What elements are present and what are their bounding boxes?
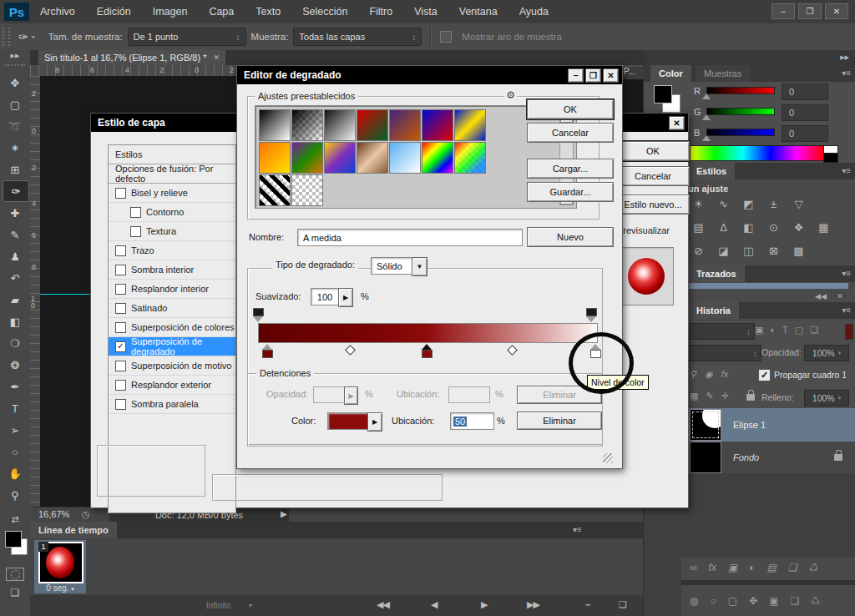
list-item-resplandor-interior[interactable]: Resplandor interior bbox=[109, 280, 235, 299]
gradient-preset-9[interactable] bbox=[291, 142, 323, 174]
menu-filtro[interactable]: Filtro bbox=[358, 0, 403, 23]
red-slider[interactable] bbox=[706, 87, 775, 94]
hue-saturation-icon[interactable]: ▤ bbox=[690, 221, 707, 234]
smoothness-spinner-icon[interactable]: ▶ bbox=[338, 288, 353, 307]
clipped-panel-tab[interactable]: P... bbox=[621, 67, 644, 79]
menu-edicion[interactable]: Edición bbox=[86, 0, 142, 23]
play-button[interactable]: ▶ bbox=[481, 599, 487, 610]
list-item-superposicion-motivo[interactable]: Superposición de motivo bbox=[109, 356, 235, 376]
checkbox[interactable] bbox=[115, 399, 126, 410]
new-path-icon[interactable]: ❏ bbox=[790, 595, 799, 607]
list-item-contorno[interactable]: Contorno bbox=[109, 203, 235, 222]
gradient-preview-bar[interactable] bbox=[258, 323, 598, 343]
red-slider-thumb[interactable] bbox=[702, 93, 711, 99]
timeline-tab[interactable]: Línea de tiempo bbox=[30, 522, 117, 538]
close-icon[interactable]: ✕ bbox=[213, 53, 220, 62]
save-button[interactable]: Guardar... bbox=[527, 182, 614, 202]
new-frame-icon[interactable]: ❏ bbox=[619, 599, 626, 610]
color-stop-50-selected[interactable] bbox=[422, 344, 433, 358]
clone-stamp-tool[interactable]: ♟ bbox=[3, 245, 28, 267]
resize-grip-icon[interactable] bbox=[603, 453, 613, 463]
filter-type-icon[interactable]: T bbox=[782, 325, 788, 336]
gradient-name-input[interactable]: A medida bbox=[297, 229, 523, 246]
vibrance-icon[interactable]: ▽ bbox=[790, 198, 807, 210]
exposure-icon[interactable]: ± bbox=[765, 198, 782, 210]
checkbox[interactable] bbox=[130, 226, 141, 237]
menu-seleccion[interactable]: Selección bbox=[291, 0, 358, 23]
cyan-guide-line[interactable] bbox=[40, 294, 90, 295]
zoom-tool[interactable]: ⚲ bbox=[3, 484, 28, 506]
type-dropdown-icon[interactable]: ▼ bbox=[412, 257, 428, 276]
gradient-tool[interactable]: ◧ bbox=[3, 311, 28, 332]
stroke-path-icon[interactable]: ○ bbox=[710, 595, 716, 607]
move-tool[interactable]: ✥ bbox=[3, 72, 28, 93]
filter-image-icon[interactable]: ▣ bbox=[755, 325, 763, 336]
animation-frame-1[interactable]: 1 0 seg. ▾ bbox=[34, 540, 86, 593]
zoom-level[interactable]: 16,67% bbox=[38, 509, 69, 519]
lock-fx-icon[interactable]: fx bbox=[721, 369, 729, 380]
menu-ventana[interactable]: Ventana bbox=[448, 0, 508, 23]
posterize-icon[interactable]: ◪ bbox=[715, 245, 732, 257]
restore-icon[interactable]: ❐ bbox=[585, 68, 601, 83]
color-lookup-icon[interactable]: ▦ bbox=[815, 221, 832, 234]
layer-fx-icon[interactable]: fx bbox=[709, 562, 716, 573]
foreground-color-swatch[interactable] bbox=[654, 85, 672, 104]
path-mask-icon[interactable]: ▣ bbox=[769, 595, 778, 607]
list-item-bisel[interactable]: Bisel y relieve bbox=[109, 184, 235, 203]
blend-mode-select[interactable]: ↕ bbox=[686, 345, 761, 361]
delete-path-icon[interactable]: ♺ bbox=[811, 595, 820, 607]
gradient-preset-10[interactable] bbox=[324, 142, 356, 174]
propagate-checkbox[interactable]: ✓ bbox=[758, 369, 771, 381]
gradient-editor-title-bar[interactable]: Editor de degradado bbox=[237, 66, 622, 84]
list-item-sombra-paralela[interactable]: Sombra paralela bbox=[109, 395, 235, 414]
adjustment-layer-icon[interactable]: ◐ bbox=[749, 562, 755, 573]
brightness-icon[interactable]: ☀ bbox=[690, 198, 707, 210]
gradient-preset-6[interactable] bbox=[422, 109, 453, 141]
gradient-preset-11[interactable] bbox=[357, 142, 388, 174]
show-ring-checkbox[interactable] bbox=[440, 31, 452, 43]
path-target-icon[interactable]: ✥ bbox=[749, 595, 757, 607]
gradient-preset-13[interactable] bbox=[422, 142, 453, 174]
hand-tool[interactable]: ✋ bbox=[3, 462, 28, 484]
ok-button[interactable]: OK bbox=[616, 141, 690, 161]
type-tool[interactable]: T bbox=[3, 397, 28, 419]
list-item-trazo[interactable]: Trazo bbox=[109, 241, 235, 260]
eyedropper-tool-selected[interactable]: ✑ bbox=[3, 180, 29, 202]
layer-row-fondo[interactable]: Fondo bbox=[681, 442, 855, 473]
list-item-superposicion-degradado[interactable]: ✓Superposición de degradado bbox=[109, 337, 235, 356]
brush-tool[interactable]: ✎ bbox=[3, 224, 28, 245]
loop-select[interactable]: Infinito ▼ bbox=[201, 598, 295, 613]
checkbox[interactable] bbox=[115, 380, 126, 391]
gear-icon[interactable]: ⚙ bbox=[504, 89, 517, 101]
pen-tool[interactable]: ✒ bbox=[3, 376, 28, 397]
blur-tool[interactable]: ❍ bbox=[3, 332, 28, 354]
tool-preset[interactable]: ✑ ▾ bbox=[18, 30, 35, 43]
tab-trazados[interactable]: Trazados bbox=[688, 265, 745, 282]
color-balance-icon[interactable]: Δ bbox=[715, 221, 732, 234]
tab-historia[interactable]: Historia bbox=[688, 302, 739, 319]
filter-toggle[interactable] bbox=[845, 324, 853, 340]
panel-divider[interactable] bbox=[681, 580, 855, 585]
panel-menu-icon[interactable]: ▾≡ bbox=[842, 166, 851, 175]
new-style-button[interactable]: Estilo nuevo... bbox=[616, 194, 690, 215]
lock-visibility-icon[interactable]: ◉ bbox=[705, 369, 713, 380]
menu-texto[interactable]: Texto bbox=[245, 0, 291, 23]
levels-icon[interactable]: ∿ bbox=[715, 198, 732, 210]
gradient-preset-5[interactable] bbox=[389, 109, 421, 141]
minimize-button[interactable]: – bbox=[772, 3, 795, 19]
opacity-value[interactable]: 100% ▾ bbox=[804, 345, 849, 361]
selective-color-icon[interactable]: ⊠ bbox=[765, 245, 782, 257]
list-item-superposicion-colores[interactable]: Superposición de colores bbox=[109, 318, 235, 337]
gradient-map-icon[interactable]: ▩ bbox=[790, 245, 807, 257]
filter-adjustment-icon[interactable]: ◐ bbox=[770, 325, 776, 336]
gradient-type-select[interactable]: Sólido bbox=[371, 257, 417, 275]
quick-selection-tool[interactable]: ✶ bbox=[3, 137, 28, 159]
toolbar-grip[interactable] bbox=[5, 64, 25, 66]
tween-icon[interactable]: ⌁ bbox=[585, 599, 590, 610]
close-icon[interactable]: ✕ bbox=[669, 116, 685, 130]
checkbox[interactable] bbox=[130, 207, 141, 218]
path-selection-tool[interactable]: ➢ bbox=[3, 419, 28, 441]
lock-position-icon[interactable]: ✛ bbox=[721, 391, 729, 401]
gradient-preset-7[interactable] bbox=[454, 109, 486, 141]
next-frame-button[interactable]: ▶▶ bbox=[527, 599, 539, 610]
